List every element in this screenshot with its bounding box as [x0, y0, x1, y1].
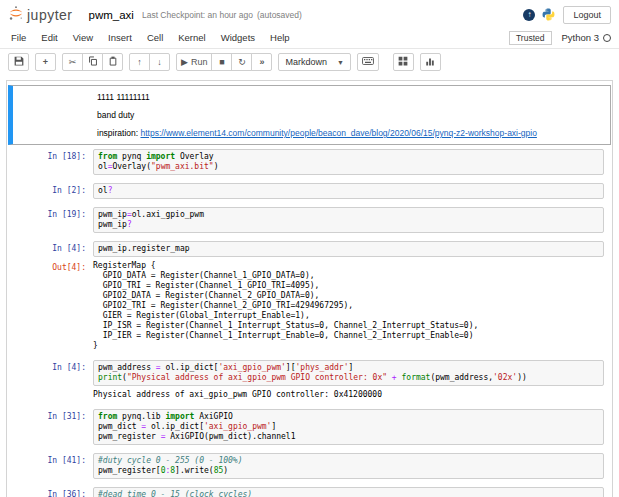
- markdown-paragraph: 1111 11111111: [97, 92, 602, 102]
- code-input[interactable]: from pynq import Overlay ol=Overlay("pwm…: [93, 149, 604, 175]
- code-text: pwm_address = ol.ip_dict['axi_gpio_pwm']…: [98, 363, 599, 383]
- interrupt-kernel-button[interactable]: ■: [211, 53, 232, 71]
- menu-widgets[interactable]: Widgets: [218, 29, 263, 46]
- code-input[interactable]: #duty cycle 0 - 255 (0 - 100%) pwm_regis…: [93, 453, 604, 479]
- code-cell: In [41]:#duty cycle 0 - 255 (0 - 100%) p…: [8, 449, 611, 483]
- menu-kernel[interactable]: Kernel: [175, 29, 213, 46]
- code-cell: In [18]:from pynq import Overlay ol=Over…: [8, 145, 611, 179]
- run-button[interactable]: ▶ Run: [176, 53, 212, 71]
- input-row: In [41]:#duty cycle 0 - 255 (0 - 100%) p…: [17, 453, 606, 479]
- code-input[interactable]: pwm_address = ol.ip_dict['axi_gpio_pwm']…: [93, 360, 604, 386]
- code-input[interactable]: pwm_ip=ol.axi_gpio_pwm pwm_ip?: [93, 207, 604, 233]
- output-area: Physical address of axi_gpio_pwm GPIO co…: [17, 386, 606, 401]
- move-cell-up-button[interactable]: ↑: [129, 53, 150, 71]
- input-prompt: In [31]:: [17, 409, 93, 422]
- run-icon: ▶: [181, 58, 188, 67]
- plus-icon: +: [43, 58, 48, 67]
- code-cell: In [19]:pwm_ip=ol.axi_gpio_pwm pwm_ip?: [8, 203, 611, 237]
- input-prompt: In [4]:: [17, 360, 93, 373]
- menubar: File Edit View Insert Cell Kernel Widget…: [0, 27, 619, 49]
- checkpoint-status: Last Checkpoint: an hour ago: [142, 10, 253, 20]
- input-prompt: In [19]:: [17, 207, 93, 220]
- paste-cell-button[interactable]: [102, 53, 123, 71]
- markdown-content: 1111 11111111band dutyinspiration: https…: [93, 89, 606, 141]
- jupyter-logo-text: jupyter: [27, 7, 73, 23]
- cut-cell-button[interactable]: ✂: [62, 53, 83, 71]
- menu-cell[interactable]: Cell: [144, 29, 171, 46]
- extension-chart-button[interactable]: [420, 53, 441, 71]
- code-input[interactable]: #dead time 0 - 15 (clock cycles) pwm_reg…: [93, 487, 604, 497]
- input-prompt: In [2]:: [17, 183, 93, 196]
- bar-chart-icon: [425, 56, 435, 68]
- grid-icon: [398, 56, 408, 68]
- markdown-paragraph: inspiration: https://www.element14.com/c…: [97, 128, 602, 138]
- code-cell: In [2]:ol?: [8, 179, 611, 203]
- code-text: pwm_ip=ol.axi_gpio_pwm pwm_ip?: [98, 210, 599, 230]
- code-text: #duty cycle 0 - 255 (0 - 100%) pwm_regis…: [98, 456, 599, 476]
- menu-view[interactable]: View: [70, 29, 101, 46]
- code-cell: In [4]:pwm_ip.register_mapOut[4]:Registe…: [8, 237, 611, 356]
- input-row: In [36]:#dead time 0 - 15 (clock cycles)…: [17, 487, 606, 497]
- restart-run-all-button[interactable]: »: [251, 53, 272, 71]
- code-input[interactable]: from pynq.lib import AxiGPIO pwm_dict = …: [93, 409, 604, 445]
- fast-forward-icon: »: [259, 58, 264, 67]
- markdown-paragraph: band duty: [97, 110, 602, 120]
- input-row: In [2]:ol?: [17, 183, 606, 199]
- output-prompt: [17, 389, 93, 400]
- markdown-text: inspiration:: [97, 128, 140, 138]
- command-palette-button[interactable]: [357, 53, 379, 71]
- scissors-icon: ✂: [69, 58, 77, 67]
- code-cell: In [36]:#dead time 0 - 15 (clock cycles)…: [8, 483, 611, 497]
- input-prompt: In [36]:: [17, 487, 93, 497]
- code-text: from pynq.lib import AxiGPIO pwm_dict = …: [98, 412, 599, 442]
- kernel-name: Python 3: [562, 32, 600, 43]
- keyboard-icon: [362, 56, 374, 68]
- markdown-link[interactable]: https://www.element14.com/community/peop…: [140, 128, 536, 138]
- input-row: In [19]:pwm_ip=ol.axi_gpio_pwm pwm_ip?: [17, 207, 606, 233]
- code-input[interactable]: ol?: [93, 183, 604, 199]
- code-cell: In [31]:from pynq.lib import AxiGPIO pwm…: [8, 405, 611, 449]
- jupyter-logo[interactable]: jupyter: [8, 5, 73, 25]
- output-text: RegisterMap { GPIO_DATA = Register(Chann…: [93, 260, 478, 351]
- cell-prompt: [17, 89, 93, 141]
- stop-icon: ■: [219, 58, 224, 67]
- python-logo-icon: [542, 8, 555, 21]
- notebook-container: 1111 11111111band dutyinspiration: https…: [6, 80, 613, 497]
- code-text: from pynq import Overlay ol=Overlay("pwm…: [98, 152, 599, 172]
- input-row: In [31]:from pynq.lib import AxiGPIO pwm…: [17, 409, 606, 445]
- add-cell-button[interactable]: +: [35, 53, 56, 71]
- jupyter-planet-icon: [8, 5, 24, 25]
- restart-kernel-button[interactable]: ↻: [231, 53, 252, 71]
- code-text: ol?: [98, 186, 599, 196]
- save-button[interactable]: [8, 53, 29, 71]
- logout-button[interactable]: Logout: [563, 6, 611, 24]
- code-text: #dead time 0 - 15 (clock cycles) pwm_reg…: [98, 490, 599, 497]
- trusted-badge[interactable]: Trusted: [509, 31, 552, 45]
- code-text: pwm_ip.register_map: [98, 244, 599, 254]
- restart-icon: ↻: [238, 58, 246, 67]
- code-input[interactable]: pwm_ip.register_map: [93, 241, 604, 257]
- markdown-cell[interactable]: 1111 11111111band dutyinspiration: https…: [8, 85, 611, 145]
- input-prompt: In [41]:: [17, 453, 93, 466]
- chevron-down-icon: ▼: [337, 59, 344, 66]
- output-prompt: Out[4]:: [17, 260, 93, 351]
- menu-edit[interactable]: Edit: [38, 29, 65, 46]
- input-prompt: In [4]:: [17, 241, 93, 254]
- paste-icon: [108, 56, 118, 68]
- kernel-indicator: Python 3: [562, 32, 612, 43]
- cell-type-select[interactable]: Markdown ▼: [278, 53, 350, 71]
- notification-icon[interactable]: ↑: [523, 9, 535, 21]
- copy-cell-button[interactable]: [82, 53, 103, 71]
- menu-insert[interactable]: Insert: [105, 29, 140, 46]
- code-cell: In [4]:pwm_address = ol.ip_dict['axi_gpi…: [8, 356, 611, 405]
- move-cell-down-button[interactable]: ↓: [149, 53, 170, 71]
- autosave-status: (autosaved): [257, 10, 302, 20]
- save-icon: [14, 56, 24, 68]
- notebook-title[interactable]: pwm_axi: [89, 9, 134, 21]
- output-area: Out[4]:RegisterMap { GPIO_DATA = Registe…: [17, 257, 606, 352]
- input-row: In [4]:pwm_address = ol.ip_dict['axi_gpi…: [17, 360, 606, 386]
- menu-help[interactable]: Help: [267, 29, 298, 46]
- extension-grid-button[interactable]: [393, 53, 414, 71]
- toolbar: + ✂ ↑ ↓ ▶ Run ■ ↻ » Markdown ▼: [0, 49, 619, 76]
- menu-file[interactable]: File: [8, 29, 34, 46]
